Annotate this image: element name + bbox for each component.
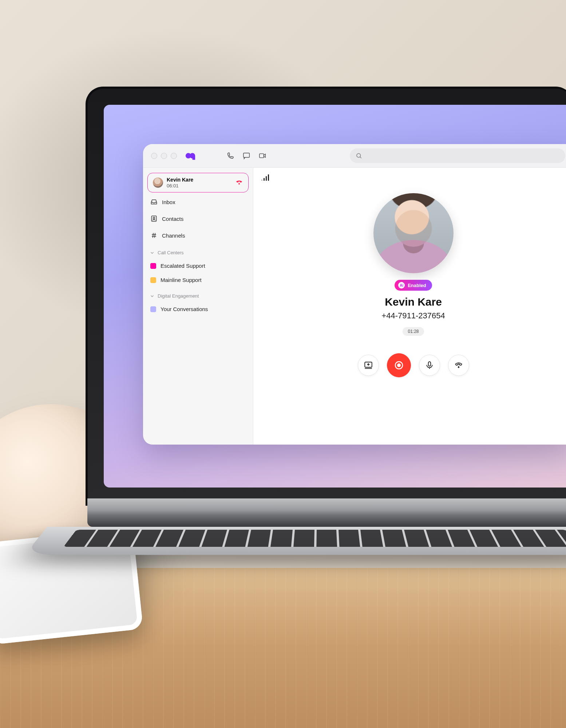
call-center-escalated[interactable]: Escalated Support: [147, 260, 249, 272]
laptop-hinge: [87, 498, 566, 527]
app-body: Kevin Kare 06:01 Inbox: [143, 168, 566, 445]
section-call-centers-label: Call Centers: [158, 250, 184, 255]
svg-point-7: [153, 217, 155, 219]
titlebar: [143, 144, 566, 168]
screen-share-button[interactable]: [358, 355, 379, 376]
chevron-down-icon: [150, 250, 155, 255]
nav-channels[interactable]: Channels: [147, 228, 249, 243]
sidebar: Kevin Kare 06:01 Inbox: [143, 168, 253, 445]
swatch-icon: [150, 263, 156, 269]
caller-avatar-small: [153, 178, 163, 188]
active-call-card[interactable]: Kevin Kare 06:01: [147, 173, 249, 192]
app-logo-icon: [185, 150, 196, 161]
hash-icon: [150, 232, 158, 239]
laptop-lid: Kevin Kare 06:01 Inbox: [86, 87, 566, 506]
call-pane: Ai Enabled Kevin Kare +44-7911-237654 01…: [253, 168, 566, 445]
ai-enabled-pill[interactable]: Ai Enabled: [395, 280, 432, 291]
call-center-label: Escalated Support: [161, 263, 205, 269]
svg-rect-3: [244, 153, 250, 158]
traffic-minimize[interactable]: [161, 153, 167, 159]
hangup-icon[interactable]: [235, 178, 243, 187]
call-timer: 01:28: [403, 327, 424, 336]
nav-inbox-label: Inbox: [162, 199, 175, 205]
digital-engagement-your-conversations[interactable]: Your Conversations: [147, 303, 249, 315]
svg-rect-2: [193, 156, 195, 160]
search-input[interactable]: [350, 148, 565, 163]
laptop-keyboard: [63, 530, 566, 547]
call-controls: [358, 353, 469, 377]
svg-point-10: [397, 364, 400, 367]
traffic-close[interactable]: [151, 153, 157, 159]
record-button[interactable]: [387, 353, 411, 377]
inbox-icon: [150, 198, 158, 206]
phone-icon[interactable]: [226, 152, 234, 160]
swatch-icon: [150, 306, 156, 312]
section-digital-engagement[interactable]: Digital Engagement: [147, 288, 249, 301]
svg-point-5: [357, 154, 361, 158]
contacts-icon: [150, 215, 158, 222]
ai-badge-icon: Ai: [398, 282, 405, 289]
nav-contacts[interactable]: Contacts: [147, 211, 249, 226]
traffic-zoom[interactable]: [171, 153, 177, 159]
call-center-mainline[interactable]: Mainline Support: [147, 274, 249, 286]
ai-enabled-label: Enabled: [408, 283, 426, 288]
signal-strength-icon: [261, 174, 269, 181]
svg-rect-6: [151, 216, 156, 222]
svg-rect-11: [428, 362, 431, 366]
laptop-screen: Kevin Kare 06:01 Inbox: [104, 105, 566, 488]
search-icon: [356, 152, 362, 159]
window-traffic-lights[interactable]: [151, 153, 177, 159]
section-call-centers[interactable]: Call Centers: [147, 245, 249, 258]
digital-engagement-label: Your Conversations: [161, 306, 208, 312]
active-call-duration: 06:01: [167, 183, 193, 189]
record-icon: [393, 360, 404, 371]
nav-contacts-label: Contacts: [162, 216, 183, 222]
swatch-icon: [150, 277, 156, 283]
caller-avatar-large: [373, 193, 454, 273]
section-digital-engagement-label: Digital Engagement: [158, 293, 199, 299]
svg-rect-4: [260, 154, 264, 158]
mute-button[interactable]: [419, 355, 440, 376]
caller-name: Kevin Kare: [385, 296, 442, 308]
call-center-label: Mainline Support: [161, 277, 202, 283]
screen-share-icon: [364, 361, 373, 370]
nav-inbox[interactable]: Inbox: [147, 195, 249, 209]
app-window: Kevin Kare 06:01 Inbox: [143, 144, 566, 445]
caller-phone: +44-7911-237654: [381, 311, 445, 321]
microphone-icon: [425, 361, 434, 370]
hold-button[interactable]: [448, 355, 469, 376]
video-icon[interactable]: [258, 152, 266, 160]
chevron-down-icon: [150, 294, 155, 299]
chat-icon[interactable]: [242, 152, 250, 160]
active-call-name: Kevin Kare: [167, 177, 193, 183]
scene-photo-backdrop: Kevin Kare 06:01 Inbox: [0, 0, 566, 728]
hold-icon: [454, 361, 463, 370]
nav-channels-label: Channels: [162, 232, 185, 239]
